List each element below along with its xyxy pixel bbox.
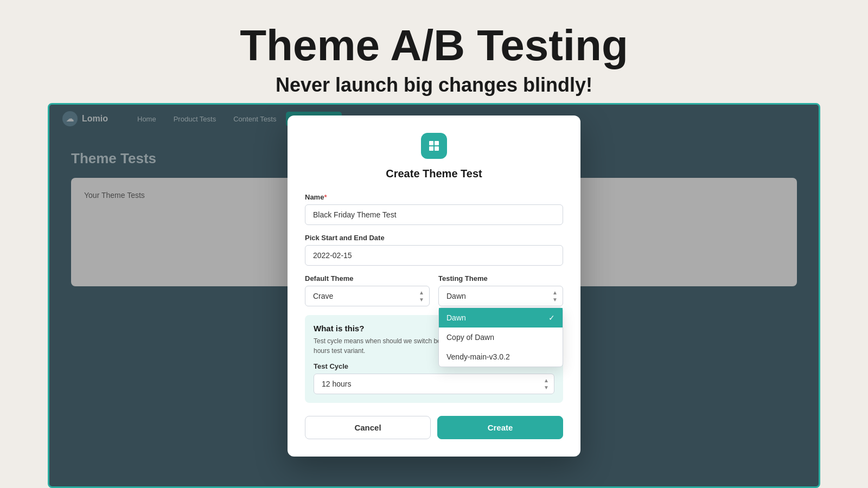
testing-theme-label: Testing Theme	[438, 274, 563, 282]
svg-rect-0	[429, 141, 433, 145]
app-window: ☁ Lomio Home Product Tests Content Tests…	[48, 103, 820, 488]
dropdown-option-dawn[interactable]: Dawn ✓	[439, 308, 563, 328]
default-theme-select-wrapper: Crave ▲ ▼	[305, 286, 430, 306]
hero-subtitle: Never launch big changes blindly!	[0, 74, 868, 97]
hero-section: Theme A/B Testing Never launch big chang…	[0, 0, 868, 113]
default-theme-select[interactable]: Crave	[305, 286, 430, 306]
testing-theme-dropdown: Dawn ✓ Copy of Dawn Vendy-main-v3.0.2	[438, 307, 563, 367]
theme-row: Default Theme Crave ▲ ▼ Testing Theme	[305, 274, 563, 306]
name-label: Name*	[305, 193, 563, 201]
modal: Create Theme Test Name* Pick Start and E…	[288, 115, 580, 457]
testing-theme-group: Testing Theme Dawn ▲ ▼ Dawn	[438, 274, 563, 306]
modal-icon	[421, 133, 447, 159]
modal-icon-container	[305, 133, 563, 159]
test-cycle-select-wrapper: 12 hours 6 hours 24 hours ▲ ▼	[314, 374, 554, 394]
modal-footer: Cancel Create	[305, 416, 563, 439]
default-theme-label: Default Theme	[305, 274, 430, 282]
testing-theme-select[interactable]: Dawn	[438, 286, 563, 306]
check-icon: ✓	[548, 313, 555, 322]
dropdown-option-copy-of-dawn[interactable]: Copy of Dawn	[439, 328, 563, 347]
svg-rect-1	[435, 141, 439, 145]
svg-rect-2	[429, 146, 433, 151]
modal-title: Create Theme Test	[305, 168, 563, 180]
date-field-group: Pick Start and End Date	[305, 234, 563, 266]
testing-theme-select-wrapper: Dawn ▲ ▼	[438, 286, 563, 306]
cancel-button[interactable]: Cancel	[305, 416, 431, 439]
default-theme-group: Default Theme Crave ▲ ▼	[305, 274, 430, 306]
name-field-group: Name*	[305, 193, 563, 225]
date-label: Pick Start and End Date	[305, 234, 563, 242]
date-input[interactable]	[305, 245, 563, 266]
name-input[interactable]	[305, 204, 563, 225]
create-button[interactable]: Create	[437, 416, 563, 439]
test-cycle-select[interactable]: 12 hours 6 hours 24 hours	[314, 374, 554, 394]
modal-overlay: Create Theme Test Name* Pick Start and E…	[49, 105, 819, 486]
svg-rect-3	[435, 146, 439, 151]
hero-title: Theme A/B Testing	[0, 22, 868, 69]
dropdown-option-vendy[interactable]: Vendy-main-v3.0.2	[439, 347, 563, 367]
